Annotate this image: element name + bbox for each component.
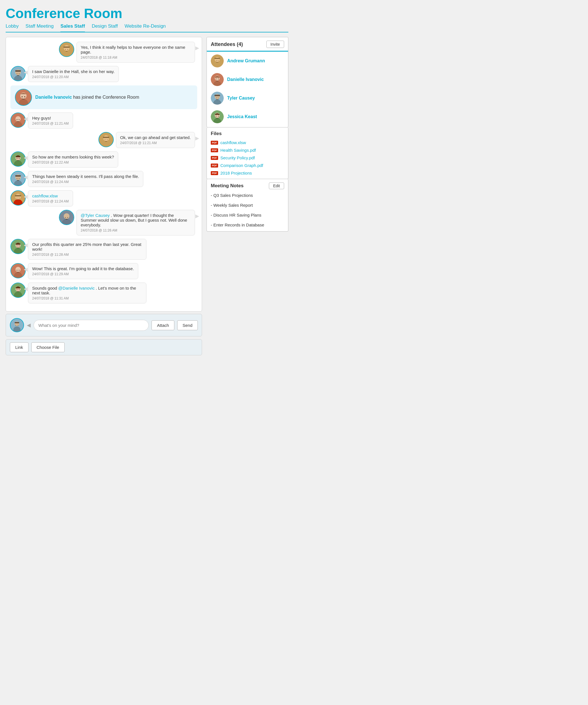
avatar [10, 283, 26, 298]
invite-button[interactable]: Invite [266, 41, 284, 48]
avatar [10, 171, 26, 186]
notes-title: Meeting Notes [211, 183, 243, 189]
file-name[interactable]: Comparison Graph.pdf [220, 163, 263, 168]
notes-header: Meeting Notes Edit [207, 179, 288, 191]
attendee-avatar-jessica [211, 110, 224, 123]
svg-rect-44 [15, 195, 21, 196]
message-bubble: Sounds good @Danielle Ivanovic . Let's m… [28, 283, 146, 303]
attendee-item: Tyler Causey [207, 89, 288, 107]
message-timestamp: 24/07/2018 @ 11:24 AM [32, 180, 139, 184]
message-timestamp: 24/07/2018 @ 11:22 AM [32, 160, 114, 164]
attendees-title: Attendees (4) [211, 41, 243, 47]
svg-rect-10 [19, 73, 19, 74]
message-timestamp: 24/07/2018 @ 11:31 AM [32, 296, 142, 300]
file-name[interactable]: 2018 Projections [220, 171, 252, 175]
attach-button[interactable]: Attach [151, 320, 174, 330]
page-title: Conference Room [6, 6, 288, 21]
svg-rect-85 [216, 98, 217, 98]
attendee-item: Andrew Grumann [207, 52, 288, 70]
attendee-item: Jessica Keast [207, 107, 288, 127]
chat-input-arrow: ◀ [27, 322, 31, 328]
file-item: PDF cashflow.xlsw [207, 139, 288, 146]
message-timestamp: 24/07/2018 @ 11:18 AM [81, 55, 191, 59]
svg-point-1 [64, 45, 70, 51]
svg-point-63 [17, 289, 17, 290]
svg-rect-25 [105, 139, 105, 140]
svg-point-32 [18, 158, 19, 159]
svg-rect-9 [17, 73, 17, 74]
svg-point-54 [18, 246, 19, 246]
svg-rect-86 [218, 98, 218, 98]
chat-messages: Yes, I think it really helps to have eve… [6, 37, 202, 312]
svg-point-20 [17, 119, 17, 120]
file-name[interactable]: cashflow.xlsw [220, 140, 246, 145]
message-text: Things have been steady it seems. I'll p… [32, 174, 139, 179]
avatar [10, 190, 26, 205]
svg-rect-87 [215, 95, 220, 96]
attendee-name: Andrew Grumann [227, 58, 265, 63]
mention: @Tyler Causey [81, 213, 110, 218]
tab-design-staff[interactable]: Design Staff [92, 23, 118, 30]
tab-staff-meeting[interactable]: Staff Meeting [26, 23, 54, 30]
file-name[interactable]: Security Policy.pdf [220, 155, 255, 160]
note-item: - Enter Records in Database [207, 221, 288, 231]
svg-point-58 [17, 270, 17, 271]
attendee-name: Tyler Causey [227, 96, 255, 101]
message-timestamp: 24/07/2018 @ 11:20 AM [32, 75, 115, 79]
message-row: cashflow.xlsw 24/07/2018 @ 11:24 AM [10, 190, 197, 206]
link-button[interactable]: Link [10, 342, 29, 352]
edit-button[interactable]: Edit [269, 182, 284, 189]
pdf-icon: PDF [211, 171, 218, 175]
message-timestamp: 24/07/2018 @ 11:24 AM [32, 199, 69, 203]
files-title: Files [207, 128, 288, 139]
message-bubble: Wow! This is great. I'm going to add it … [28, 263, 138, 279]
message-bubble: Hey guys! 24/07/2018 @ 11:21 AM [28, 112, 73, 129]
mention: @Danielle Ivanovic [58, 286, 95, 290]
message-text: I saw Danielle in the Hall, she is on he… [32, 69, 115, 74]
chat-input[interactable] [34, 320, 149, 331]
file-item: PDF Comparison Graph.pdf [207, 161, 288, 169]
message-row: I saw Danielle in the Hall, she is on he… [10, 66, 197, 82]
message-bubble: I saw Danielle in the Hall, she is on he… [28, 66, 119, 82]
file-link[interactable]: cashflow.xlsw [32, 193, 58, 198]
avatar [59, 210, 74, 225]
message-text: So how are the numbers looking this week… [32, 154, 114, 159]
svg-point-64 [18, 289, 19, 290]
avatar [10, 239, 26, 254]
send-button[interactable]: Send [177, 320, 198, 330]
message-row: Our profits this quarter are 25% more th… [10, 239, 197, 260]
attendee-item: Danielle Ivanovic [207, 70, 288, 89]
join-message: has joined the Conference Room [73, 95, 139, 100]
join-name: Danielle Ivanovic [35, 95, 72, 100]
svg-point-16 [24, 96, 26, 97]
svg-rect-27 [103, 137, 109, 138]
note-item: - Discuss HR Saving Plans [207, 211, 288, 219]
tab-sales-staff[interactable]: Sales Staff [60, 23, 85, 33]
message-row: Yes, I think it really helps to have eve… [10, 42, 197, 62]
avatar [10, 112, 26, 128]
message-row: So how are the numbers looking this week… [10, 151, 197, 168]
note-item: - Q3 Sales Projections [207, 191, 288, 199]
svg-rect-4 [67, 49, 68, 50]
file-name[interactable]: Health Savings.pdf [220, 148, 256, 152]
files-section: Files PDF cashflow.xlsw PDF Health Savin… [207, 128, 288, 179]
svg-rect-43 [19, 198, 19, 198]
svg-point-31 [17, 158, 17, 159]
svg-point-46 [64, 213, 70, 219]
note-item: - Weekly Sales Report [207, 201, 288, 209]
file-item: PDF Health Savings.pdf [207, 146, 288, 154]
choose-file-button[interactable]: Choose File [31, 342, 64, 352]
pdf-icon: PDF [211, 141, 218, 145]
message-timestamp: 24/07/2018 @ 11:21 AM [32, 122, 69, 126]
avatar [10, 151, 26, 167]
svg-rect-38 [15, 175, 21, 177]
svg-rect-42 [17, 198, 17, 198]
svg-point-18 [15, 116, 21, 122]
notes-section: Meeting Notes Edit - Q3 Sales Projection… [207, 179, 288, 232]
avatar [15, 89, 32, 106]
tab-lobby[interactable]: Lobby [6, 23, 18, 30]
tab-website-redesign[interactable]: Website Re-Design [125, 23, 166, 30]
message-bubble: Ok, we can go ahead and get started. 24/… [116, 132, 195, 148]
attendee-avatar-andrew [211, 54, 224, 67]
svg-point-40 [15, 194, 21, 199]
